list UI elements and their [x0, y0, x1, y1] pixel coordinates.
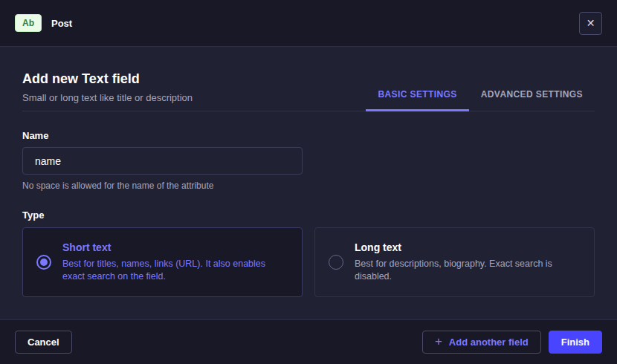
footer-actions: + Add another field Finish: [422, 331, 602, 354]
settings-tabs: BASIC SETTINGS ADVANCED SETTINGS: [366, 80, 595, 111]
option-short-text-content: Short text Best for titles, names, links…: [62, 241, 285, 284]
modal-body: Add new Text field Small or long text li…: [0, 47, 617, 319]
title-row: Add new Text field Small or long text li…: [22, 47, 595, 111]
type-label: Type: [22, 209, 595, 221]
plus-icon: +: [435, 335, 442, 348]
finish-button[interactable]: Finish: [549, 331, 602, 354]
page-title: Add new Text field: [22, 71, 193, 87]
option-title: Long text: [355, 241, 578, 253]
add-another-field-label: Add another field: [449, 337, 529, 348]
close-button[interactable]: ✕: [579, 12, 602, 35]
cancel-button[interactable]: Cancel: [15, 331, 72, 354]
add-field-modal: Ab Post ✕ Add new Text field Small or lo…: [0, 0, 617, 364]
text-field-type-badge-icon: Ab: [15, 14, 42, 32]
page-subtitle: Small or long text like title or descrip…: [22, 92, 193, 103]
tab-advanced-settings[interactable]: ADVANCED SETTINGS: [469, 80, 595, 111]
option-description: Best for titles, names, links (URL). It …: [62, 258, 285, 284]
close-icon: ✕: [587, 18, 595, 28]
modal-footer: Cancel + Add another field Finish: [0, 319, 617, 364]
name-field-section: Name No space is allowed for the name of…: [22, 130, 595, 191]
name-hint: No space is allowed for the name of the …: [22, 181, 595, 191]
option-long-text-content: Long text Best for descriptions, biograp…: [355, 241, 578, 284]
option-description: Best for descriptions, biography. Exact …: [355, 258, 578, 284]
option-title: Short text: [62, 241, 285, 253]
type-field-section: Type Short text Best for titles, names, …: [22, 209, 595, 297]
modal-header: Ab Post ✕: [0, 0, 617, 47]
type-options: Short text Best for titles, names, links…: [22, 227, 595, 297]
radio-dot: [40, 259, 48, 266]
content-type-title: Post: [51, 18, 72, 29]
radio-short-text[interactable]: [36, 255, 51, 270]
tab-basic-settings[interactable]: BASIC SETTINGS: [366, 80, 468, 111]
radio-long-text[interactable]: [329, 255, 343, 270]
option-short-text[interactable]: Short text Best for titles, names, links…: [22, 227, 303, 297]
modal-titles: Add new Text field Small or long text li…: [22, 45, 193, 111]
option-long-text[interactable]: Long text Best for descriptions, biograp…: [314, 227, 595, 297]
name-input[interactable]: [22, 147, 303, 175]
add-another-field-button[interactable]: + Add another field: [422, 331, 541, 354]
name-label: Name: [22, 130, 595, 141]
